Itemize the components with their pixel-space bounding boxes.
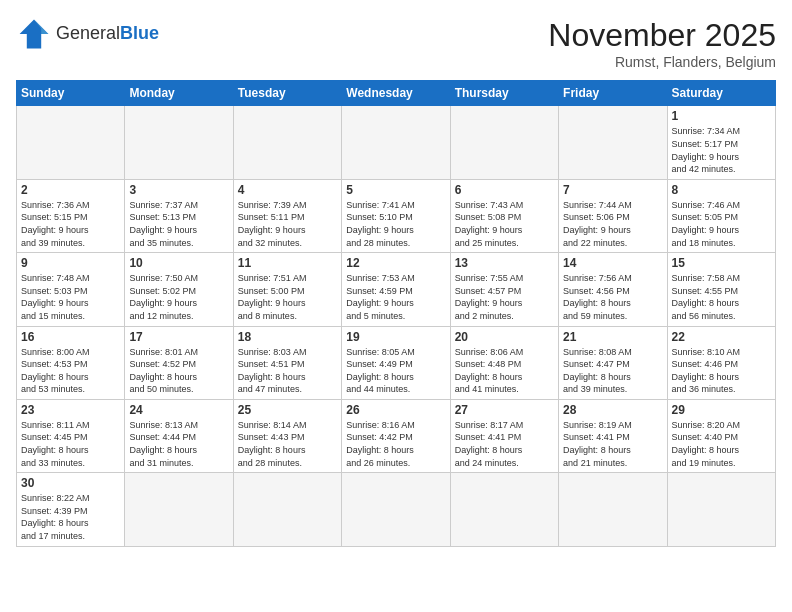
table-row: 23Sunrise: 8:11 AM Sunset: 4:45 PM Dayli… bbox=[17, 399, 125, 472]
day-number: 15 bbox=[672, 256, 771, 270]
table-row: 10Sunrise: 7:50 AM Sunset: 5:02 PM Dayli… bbox=[125, 253, 233, 326]
day-number: 5 bbox=[346, 183, 445, 197]
table-row: 28Sunrise: 8:19 AM Sunset: 4:41 PM Dayli… bbox=[559, 399, 667, 472]
table-row bbox=[233, 106, 341, 179]
table-row bbox=[17, 106, 125, 179]
table-row: 17Sunrise: 8:01 AM Sunset: 4:52 PM Dayli… bbox=[125, 326, 233, 399]
table-row bbox=[559, 106, 667, 179]
calendar-row: 9Sunrise: 7:48 AM Sunset: 5:03 PM Daylig… bbox=[17, 253, 776, 326]
table-row bbox=[125, 473, 233, 546]
day-number: 14 bbox=[563, 256, 662, 270]
calendar-row: 16Sunrise: 8:00 AM Sunset: 4:53 PM Dayli… bbox=[17, 326, 776, 399]
table-row: 30Sunrise: 8:22 AM Sunset: 4:39 PM Dayli… bbox=[17, 473, 125, 546]
table-row: 6Sunrise: 7:43 AM Sunset: 5:08 PM Daylig… bbox=[450, 179, 558, 252]
header-monday: Monday bbox=[125, 81, 233, 106]
day-info: Sunrise: 7:44 AM Sunset: 5:06 PM Dayligh… bbox=[563, 199, 662, 249]
calendar-row: 1Sunrise: 7:34 AM Sunset: 5:17 PM Daylig… bbox=[17, 106, 776, 179]
calendar-row: 23Sunrise: 8:11 AM Sunset: 4:45 PM Dayli… bbox=[17, 399, 776, 472]
day-number: 1 bbox=[672, 109, 771, 123]
day-info: Sunrise: 8:16 AM Sunset: 4:42 PM Dayligh… bbox=[346, 419, 445, 469]
day-number: 11 bbox=[238, 256, 337, 270]
table-row: 18Sunrise: 8:03 AM Sunset: 4:51 PM Dayli… bbox=[233, 326, 341, 399]
day-info: Sunrise: 7:56 AM Sunset: 4:56 PM Dayligh… bbox=[563, 272, 662, 322]
table-row: 16Sunrise: 8:00 AM Sunset: 4:53 PM Dayli… bbox=[17, 326, 125, 399]
day-number: 13 bbox=[455, 256, 554, 270]
day-info: Sunrise: 8:20 AM Sunset: 4:40 PM Dayligh… bbox=[672, 419, 771, 469]
day-info: Sunrise: 8:11 AM Sunset: 4:45 PM Dayligh… bbox=[21, 419, 120, 469]
day-number: 20 bbox=[455, 330, 554, 344]
table-row: 2Sunrise: 7:36 AM Sunset: 5:15 PM Daylig… bbox=[17, 179, 125, 252]
day-info: Sunrise: 7:41 AM Sunset: 5:10 PM Dayligh… bbox=[346, 199, 445, 249]
header-saturday: Saturday bbox=[667, 81, 775, 106]
day-number: 17 bbox=[129, 330, 228, 344]
day-info: Sunrise: 7:37 AM Sunset: 5:13 PM Dayligh… bbox=[129, 199, 228, 249]
table-row: 21Sunrise: 8:08 AM Sunset: 4:47 PM Dayli… bbox=[559, 326, 667, 399]
table-row: 24Sunrise: 8:13 AM Sunset: 4:44 PM Dayli… bbox=[125, 399, 233, 472]
header: GeneralBlue November 2025 Rumst, Flander… bbox=[16, 16, 776, 70]
day-number: 23 bbox=[21, 403, 120, 417]
day-info: Sunrise: 7:39 AM Sunset: 5:11 PM Dayligh… bbox=[238, 199, 337, 249]
table-row: 3Sunrise: 7:37 AM Sunset: 5:13 PM Daylig… bbox=[125, 179, 233, 252]
day-number: 16 bbox=[21, 330, 120, 344]
day-info: Sunrise: 8:00 AM Sunset: 4:53 PM Dayligh… bbox=[21, 346, 120, 396]
day-info: Sunrise: 8:22 AM Sunset: 4:39 PM Dayligh… bbox=[21, 492, 120, 542]
day-info: Sunrise: 8:14 AM Sunset: 4:43 PM Dayligh… bbox=[238, 419, 337, 469]
day-info: Sunrise: 8:06 AM Sunset: 4:48 PM Dayligh… bbox=[455, 346, 554, 396]
table-row bbox=[233, 473, 341, 546]
day-number: 28 bbox=[563, 403, 662, 417]
calendar-table: Sunday Monday Tuesday Wednesday Thursday… bbox=[16, 80, 776, 546]
day-info: Sunrise: 7:50 AM Sunset: 5:02 PM Dayligh… bbox=[129, 272, 228, 322]
logo: GeneralBlue bbox=[16, 16, 159, 52]
location: Rumst, Flanders, Belgium bbox=[548, 54, 776, 70]
day-number: 21 bbox=[563, 330, 662, 344]
table-row: 1Sunrise: 7:34 AM Sunset: 5:17 PM Daylig… bbox=[667, 106, 775, 179]
table-row: 11Sunrise: 7:51 AM Sunset: 5:00 PM Dayli… bbox=[233, 253, 341, 326]
day-info: Sunrise: 8:17 AM Sunset: 4:41 PM Dayligh… bbox=[455, 419, 554, 469]
day-number: 19 bbox=[346, 330, 445, 344]
title-block: November 2025 Rumst, Flanders, Belgium bbox=[548, 16, 776, 70]
header-tuesday: Tuesday bbox=[233, 81, 341, 106]
day-number: 27 bbox=[455, 403, 554, 417]
day-number: 30 bbox=[21, 476, 120, 490]
day-number: 9 bbox=[21, 256, 120, 270]
header-sunday: Sunday bbox=[17, 81, 125, 106]
day-info: Sunrise: 7:53 AM Sunset: 4:59 PM Dayligh… bbox=[346, 272, 445, 322]
table-row: 29Sunrise: 8:20 AM Sunset: 4:40 PM Dayli… bbox=[667, 399, 775, 472]
table-row: 7Sunrise: 7:44 AM Sunset: 5:06 PM Daylig… bbox=[559, 179, 667, 252]
day-number: 2 bbox=[21, 183, 120, 197]
table-row: 19Sunrise: 8:05 AM Sunset: 4:49 PM Dayli… bbox=[342, 326, 450, 399]
calendar-row: 2Sunrise: 7:36 AM Sunset: 5:15 PM Daylig… bbox=[17, 179, 776, 252]
day-number: 22 bbox=[672, 330, 771, 344]
day-info: Sunrise: 7:43 AM Sunset: 5:08 PM Dayligh… bbox=[455, 199, 554, 249]
day-info: Sunrise: 8:13 AM Sunset: 4:44 PM Dayligh… bbox=[129, 419, 228, 469]
table-row bbox=[450, 106, 558, 179]
day-info: Sunrise: 7:48 AM Sunset: 5:03 PM Dayligh… bbox=[21, 272, 120, 322]
day-number: 6 bbox=[455, 183, 554, 197]
day-number: 25 bbox=[238, 403, 337, 417]
day-number: 4 bbox=[238, 183, 337, 197]
day-number: 10 bbox=[129, 256, 228, 270]
day-info: Sunrise: 7:55 AM Sunset: 4:57 PM Dayligh… bbox=[455, 272, 554, 322]
day-number: 18 bbox=[238, 330, 337, 344]
table-row bbox=[667, 473, 775, 546]
table-row bbox=[559, 473, 667, 546]
day-info: Sunrise: 8:03 AM Sunset: 4:51 PM Dayligh… bbox=[238, 346, 337, 396]
table-row: 14Sunrise: 7:56 AM Sunset: 4:56 PM Dayli… bbox=[559, 253, 667, 326]
table-row: 5Sunrise: 7:41 AM Sunset: 5:10 PM Daylig… bbox=[342, 179, 450, 252]
day-info: Sunrise: 8:08 AM Sunset: 4:47 PM Dayligh… bbox=[563, 346, 662, 396]
weekday-header-row: Sunday Monday Tuesday Wednesday Thursday… bbox=[17, 81, 776, 106]
table-row: 22Sunrise: 8:10 AM Sunset: 4:46 PM Dayli… bbox=[667, 326, 775, 399]
day-number: 29 bbox=[672, 403, 771, 417]
day-info: Sunrise: 8:10 AM Sunset: 4:46 PM Dayligh… bbox=[672, 346, 771, 396]
day-info: Sunrise: 8:05 AM Sunset: 4:49 PM Dayligh… bbox=[346, 346, 445, 396]
table-row bbox=[342, 473, 450, 546]
table-row: 26Sunrise: 8:16 AM Sunset: 4:42 PM Dayli… bbox=[342, 399, 450, 472]
day-info: Sunrise: 7:46 AM Sunset: 5:05 PM Dayligh… bbox=[672, 199, 771, 249]
day-info: Sunrise: 7:34 AM Sunset: 5:17 PM Dayligh… bbox=[672, 125, 771, 175]
day-number: 7 bbox=[563, 183, 662, 197]
logo-icon bbox=[16, 16, 52, 52]
day-info: Sunrise: 8:01 AM Sunset: 4:52 PM Dayligh… bbox=[129, 346, 228, 396]
day-number: 3 bbox=[129, 183, 228, 197]
day-number: 12 bbox=[346, 256, 445, 270]
table-row: 4Sunrise: 7:39 AM Sunset: 5:11 PM Daylig… bbox=[233, 179, 341, 252]
